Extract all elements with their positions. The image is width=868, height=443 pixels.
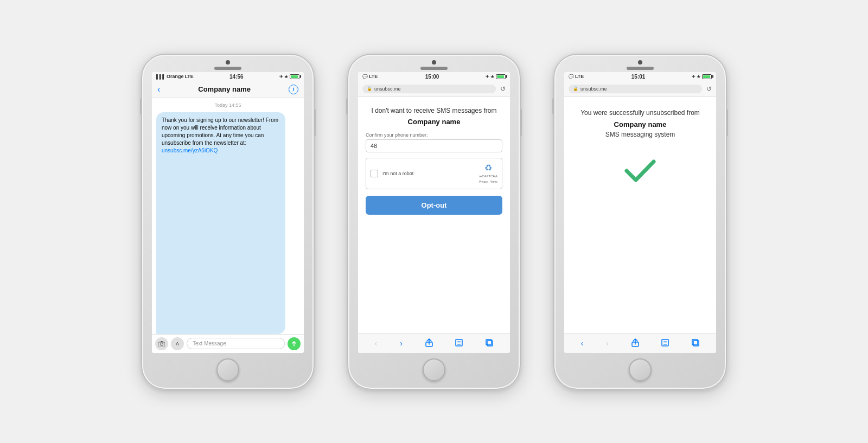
phone-3-toolbar: ‹ › [564,333,716,353]
refresh-button-2[interactable]: ↺ [500,85,506,93]
home-button-3[interactable] [629,358,652,381]
status-right: ✈ ★ [279,74,299,79]
text-message-placeholder: Text Message [193,341,226,346]
status-right-2: ✈ ★ [486,74,506,79]
opt-out-company: Company name [408,118,461,126]
home-button-2[interactable] [423,358,445,381]
status-left: ▌▌▌ Orange LTE [156,74,194,79]
status-icons: ✈ ★ [279,74,288,79]
carrier-3: LTE [575,74,584,79]
bookmark-toolbar-btn-2[interactable] [453,338,465,349]
browser-url-3[interactable]: 🔒 unsubsc.me [569,85,702,93]
refresh-button-3[interactable]: ↺ [706,85,712,93]
send-button[interactable] [288,337,301,350]
svg-rect-2 [161,341,163,342]
time-label-3: 15:01 [631,74,646,80]
tabs-toolbar-btn-3[interactable] [690,338,701,349]
network-label: LTE [185,74,194,79]
phone-2-screen: 💬 LTE 15:00 ✈ ★ 🔒 unsubsc.me ↺ [358,72,510,353]
forward-toolbar-btn-3[interactable]: › [604,338,611,349]
share-toolbar-btn-2[interactable] [423,337,435,350]
phone-2-bottom [348,353,520,389]
phone-1: ▌▌▌ Orange LTE 14:56 ✈ ★ ‹ Company name … [141,54,315,390]
status-left-3: 💬 LTE [569,74,585,79]
info-button[interactable]: i [289,85,298,94]
lock-icon-2: 🔒 [367,86,372,91]
phone-3-browser-bar: 🔒 unsubsc.me ↺ [564,81,716,97]
captcha-box: I'm not a robot ♻ reCAPTCHAPrivacy · Ter… [366,158,502,189]
lock-icon-3: 🔒 [573,86,578,91]
phone-3-bottom [554,353,726,389]
phone-3-success-content: You were successfully unsubscribed from … [564,97,716,333]
phone-1-screen: ▌▌▌ Orange LTE 14:56 ✈ ★ ‹ Company name … [152,72,304,353]
app-icon-2: 💬 [362,74,368,79]
camera-dot-3 [638,60,642,65]
sms-bubble: Thank you for signing up to our newslett… [156,112,285,334]
nav-title: Company name [160,85,289,93]
sms-link[interactable]: unsubsc.me/yzA5iOKQ [162,147,218,153]
camera-button[interactable] [155,337,168,350]
speaker-grille [214,67,241,70]
success-system-text: SMS messaging system [605,131,675,138]
battery-icon [290,74,299,79]
home-button[interactable] [216,358,239,381]
apps-button[interactable]: A [171,337,184,350]
success-checkmark [624,155,656,187]
tabs-toolbar-btn-2[interactable] [483,338,495,349]
sms-bubble-container: Thank you for signing up to our newslett… [152,112,304,334]
captcha-checkbox[interactable] [371,170,378,177]
camera-dot [226,60,230,65]
phone-input[interactable] [366,139,502,152]
opt-out-heading: I don't want to receive SMS messages fro… [371,106,496,115]
time-label-2: 15:00 [425,74,439,80]
phone-2-browser-content: I don't want to receive SMS messages fro… [358,97,510,333]
url-text-3: unsubsc.me [580,86,607,92]
text-message-input[interactable]: Text Message [187,338,285,349]
captcha-logo: ♻ reCAPTCHAPrivacy · Terms [479,163,497,184]
signal-bars: ▌▌▌ [156,74,165,79]
speaker-grille-3 [627,67,654,70]
status-left-2: 💬 LTE [362,74,379,79]
carrier-2: LTE [369,74,378,79]
recaptcha-icon: ♻ [484,163,492,172]
time-label: 14:56 [229,74,244,80]
bookmark-toolbar-btn-3[interactable] [659,338,671,349]
phone-2-status-bar: 💬 LTE 15:00 ✈ ★ [358,72,510,81]
phone-2: 💬 LTE 15:00 ✈ ★ 🔒 unsubsc.me ↺ [347,54,521,390]
back-toolbar-btn-2[interactable]: ‹ [373,338,380,349]
captcha-brand-text: reCAPTCHAPrivacy · Terms [479,175,497,183]
phone-1-top [142,55,314,72]
battery-icon-3 [702,74,712,79]
carrier-label: Orange [167,74,184,79]
browser-url-2[interactable]: 🔒 unsubsc.me [362,85,496,93]
phone-2-browser-bar: 🔒 unsubsc.me ↺ [358,81,510,97]
speaker-grille-2 [420,67,448,70]
forward-toolbar-btn-2[interactable]: › [398,338,405,349]
phone-label: Confirm your phone number: [366,132,428,138]
camera-dot-2 [432,60,436,65]
phone-1-status-bar: ▌▌▌ Orange LTE 14:56 ✈ ★ [152,72,304,81]
phone-1-nav-bar: ‹ Company name i [152,81,304,98]
captcha-label: I'm not a robot [382,171,413,176]
phone-2-toolbar: ‹ › [358,333,510,353]
phone-3: 💬 LTE 15:01 ✈ ★ 🔒 unsubsc.me ↺ [553,54,727,390]
battery-icon-2 [496,74,506,79]
share-toolbar-btn-3[interactable] [629,337,641,350]
url-text-2: unsubsc.me [374,86,401,92]
svg-point-1 [161,343,163,345]
sms-input-bar: A Text Message [152,334,304,353]
status-right-3: ✈ ★ [692,74,712,79]
phone-3-top [554,55,726,72]
back-toolbar-btn-3[interactable]: ‹ [579,338,586,349]
success-company: Company name [614,120,667,129]
sms-date: Today 14:55 [152,98,304,112]
status-icons-3: ✈ ★ [692,74,700,79]
app-icon-3: 💬 [569,74,574,79]
opt-out-button[interactable]: Opt-out [366,196,502,215]
phone-1-bottom [142,353,314,389]
sms-text: Thank you for signing up to our newslett… [162,117,278,146]
success-text: You were successfully unsubscribed from [580,108,700,118]
phones-container: ▌▌▌ Orange LTE 14:56 ✈ ★ ‹ Company name … [119,32,749,412]
phone-3-status-bar: 💬 LTE 15:01 ✈ ★ [564,72,716,81]
phone-3-screen: 💬 LTE 15:01 ✈ ★ 🔒 unsubsc.me ↺ [564,72,716,353]
